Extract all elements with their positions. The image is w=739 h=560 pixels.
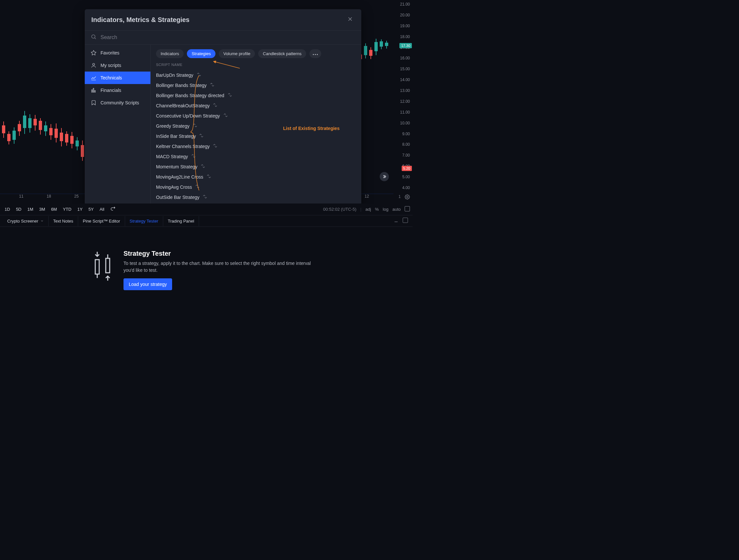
strategy-arrows-icon <box>203 194 207 200</box>
fullscreen-icon[interactable] <box>405 206 410 212</box>
pill-strategies[interactable]: Strategies <box>187 49 215 58</box>
script-item[interactable]: InSide Bar Strategy <box>156 131 356 141</box>
adj-toggle[interactable]: adj <box>365 207 371 212</box>
nav-financials[interactable]: Financials <box>85 84 150 97</box>
interval-6m[interactable]: 6M <box>49 205 59 213</box>
nav-label: Technicals <box>101 75 122 80</box>
script-name: MovingAvg2Line Cross <box>156 174 203 180</box>
script-item[interactable]: MovingAvg Cross <box>156 182 356 192</box>
strategy-arrows-icon <box>213 144 217 149</box>
scroll-right-icon[interactable] <box>380 172 389 181</box>
svg-point-6 <box>93 63 95 65</box>
interval-1y[interactable]: 1Y <box>75 205 85 213</box>
strategy-arrows-icon <box>193 123 197 129</box>
price-tick: 5.00 <box>395 175 413 179</box>
tab-text-notes[interactable]: Text Notes <box>49 216 78 226</box>
auto-toggle[interactable]: auto <box>393 207 401 212</box>
svg-marker-5 <box>91 50 96 55</box>
script-item[interactable]: Bollinger Bands Strategy directed <box>156 90 356 101</box>
tab-label: Text Notes <box>53 219 73 223</box>
script-item[interactable]: OutSide Bar Strategy <box>156 192 356 202</box>
minimize-icon[interactable] <box>392 216 401 226</box>
candles-left-group <box>2 115 88 174</box>
nav-my-scripts[interactable]: My scripts <box>85 59 150 71</box>
tab-crypto-screener[interactable]: Crypto Screener <box>3 216 49 226</box>
tab-label: Crypto Screener <box>7 219 38 223</box>
price-tick: 18.00 <box>395 34 413 39</box>
script-name: Bollinger Bands Strategy <box>156 83 206 88</box>
nav-label: Community Scripts <box>101 100 139 106</box>
script-item[interactable]: Consecutive Up/Down Strategy <box>156 111 356 121</box>
tab-pine-editor[interactable]: Pine Script™ Editor <box>78 216 125 226</box>
script-item[interactable]: MovingAvg2Line Cross <box>156 172 356 182</box>
nav-community[interactable]: Community Scripts <box>85 97 150 109</box>
interval-ytd[interactable]: YTD <box>61 205 73 213</box>
interval-5d[interactable]: 5D <box>14 205 24 213</box>
nav-label: Favorites <box>101 50 120 55</box>
script-name: Greedy Strategy <box>156 124 189 129</box>
script-item[interactable]: Greedy Strategy <box>156 121 356 131</box>
script-item[interactable]: BarUpDn Strategy <box>156 70 356 80</box>
pill-more-icon[interactable] <box>309 49 321 58</box>
pill-candlestick[interactable]: Candlestick patterns <box>258 49 306 58</box>
svg-point-3 <box>92 35 95 38</box>
interval-1d[interactable]: 1D <box>3 205 12 213</box>
interval-5y[interactable]: 5Y <box>87 205 96 213</box>
load-strategy-button[interactable]: Load your strategy <box>124 278 172 290</box>
tab-strategy-tester[interactable]: Strategy Tester <box>125 216 163 226</box>
strategy-arrows-icon <box>195 184 200 190</box>
strategy-arrows-icon <box>228 92 232 98</box>
strategy-arrows-icon <box>191 154 196 159</box>
time-tick: 12 <box>364 194 369 199</box>
script-name: InSide Bar Strategy <box>156 134 196 139</box>
goto-date-icon[interactable] <box>108 205 118 214</box>
interval-3m[interactable]: 3M <box>37 205 47 213</box>
price-tick: 19.00 <box>395 24 413 28</box>
section-label: SCRIPT NAME <box>156 63 356 67</box>
script-name: MACD Strategy <box>156 154 188 159</box>
indicators-modal: Indicators, Metrics & Strategies Favorit… <box>85 9 361 206</box>
price-tick: 12.00 <box>395 99 413 104</box>
svg-point-13 <box>317 54 318 55</box>
search-input[interactable] <box>101 34 355 40</box>
modal-title: Indicators, Metrics & Strategies <box>91 16 189 24</box>
svg-point-12 <box>315 54 316 55</box>
close-icon[interactable] <box>345 14 355 25</box>
nav-label: My scripts <box>101 63 121 68</box>
svg-rect-10 <box>95 90 95 92</box>
script-name: Momentum Strategy <box>156 164 197 169</box>
price-axis: 21.00 20.00 19.00 18.00 17.00 16.00 15.0… <box>394 0 413 191</box>
bottom-tabs: Crypto Screener Text Notes Pine Script™ … <box>0 215 413 227</box>
price-tag-low: 5.20 <box>402 166 412 171</box>
script-item[interactable]: ChannelBreakOutStrategy <box>156 101 356 111</box>
svg-rect-8 <box>92 90 92 92</box>
axis-settings-icon[interactable] <box>405 194 410 201</box>
clock-label: 00:52:02 (UTC-5) <box>323 207 356 212</box>
svg-rect-17 <box>95 260 99 274</box>
price-tick: 11.00 <box>395 110 413 115</box>
script-name: BarUpDn Strategy <box>156 72 193 78</box>
interval-all[interactable]: All <box>98 205 106 213</box>
script-name: Bollinger Bands Strategy directed <box>156 93 224 98</box>
chart-background: 21.00 20.00 19.00 18.00 17.00 16.00 15.0… <box>0 0 413 313</box>
script-item[interactable]: Momentum Strategy <box>156 162 356 172</box>
script-item[interactable]: MACD Strategy <box>156 151 356 162</box>
script-item[interactable]: Bollinger Bands Strategy <box>156 80 356 90</box>
log-toggle[interactable]: log <box>383 207 388 212</box>
price-tick: 8.00 <box>395 142 413 147</box>
pct-toggle[interactable]: % <box>375 207 379 212</box>
strategy-arrows-icon <box>197 72 201 78</box>
script-item[interactable]: Keltner Channels Strategy <box>156 141 356 151</box>
interval-1m[interactable]: 1M <box>25 205 35 213</box>
modal-sidebar: Favorites My scripts Technicals Financia… <box>85 45 151 206</box>
pill-volume-profile[interactable]: Volume profile <box>219 49 255 58</box>
svg-line-4 <box>95 38 96 39</box>
price-tick: 10.00 <box>395 121 413 126</box>
svg-rect-20 <box>106 258 110 273</box>
nav-favorites[interactable]: Favorites <box>85 47 150 59</box>
pill-indicators[interactable]: Indicators <box>156 49 184 58</box>
script-name: Keltner Channels Strategy <box>156 144 209 149</box>
maximize-icon[interactable] <box>401 216 410 226</box>
tab-trading-panel[interactable]: Trading Panel <box>163 216 199 226</box>
nav-technicals[interactable]: Technicals <box>85 71 150 84</box>
